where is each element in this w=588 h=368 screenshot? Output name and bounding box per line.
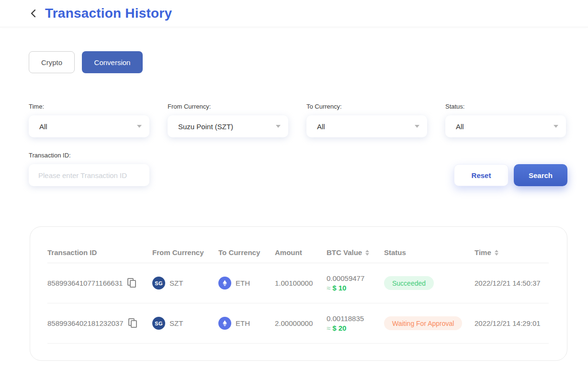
to-currency-symbol: ETH: [236, 279, 250, 287]
history-type-tabs: Crypto Conversion: [29, 51, 588, 73]
transactions-table-card: Transaction ID From Currency To Currency…: [30, 226, 567, 361]
col-transaction-id: Transaction ID: [47, 248, 152, 256]
col-btc-value[interactable]: BTC Value: [327, 248, 384, 256]
filters: Time: All From Currency: Suzu Point (SZT…: [29, 103, 588, 137]
from-currency-cell: SG SZT: [152, 317, 218, 330]
btc-value: 0.00118835: [327, 314, 384, 323]
to-currency-cell: ETH: [218, 277, 275, 290]
col-time-label: Time: [475, 248, 491, 256]
transaction-id-input[interactable]: [29, 164, 149, 186]
from-currency-symbol: SZT: [170, 279, 183, 287]
eth-coin-icon: [218, 317, 231, 330]
back-icon[interactable]: [28, 8, 39, 19]
approx-symbol: ≈: [327, 284, 330, 292]
col-btc-value-label: BTC Value: [327, 248, 362, 256]
page-header: Transaction History: [0, 0, 588, 27]
table-header-row: Transaction ID From Currency To Currency…: [47, 242, 549, 263]
status-cell: Succeeded: [384, 276, 475, 290]
filter-time: Time: All: [29, 103, 149, 137]
filter-to-currency: To Currency: All: [306, 103, 427, 137]
search-button[interactable]: Search: [514, 164, 567, 186]
col-from-currency: From Currency: [152, 248, 218, 256]
transaction-id-cell: 8589936402181232037: [47, 318, 152, 328]
transaction-id-label: Transaction ID:: [29, 152, 149, 159]
table-row: 8589936402181232037 SG SZT ETH 2.0000000…: [47, 303, 549, 344]
filters-row-2: Transaction ID: Reset Search: [29, 152, 567, 186]
approx-symbol: ≈: [327, 324, 330, 332]
to-currency-cell: ETH: [218, 317, 275, 330]
time-cell: 2022/12/21 14:50:37: [475, 279, 549, 287]
transaction-id-value: 8589936410771166631: [47, 279, 123, 287]
reset-button[interactable]: Reset: [454, 164, 509, 186]
to-currency-select[interactable]: All: [306, 115, 427, 137]
time-label: Time:: [29, 103, 149, 110]
chevron-down-icon: [554, 125, 558, 128]
from-currency-label: From Currency:: [168, 103, 288, 110]
status-badge: Succeeded: [384, 276, 434, 290]
col-time[interactable]: Time: [475, 248, 549, 256]
tab-crypto[interactable]: Crypto: [29, 51, 75, 73]
eth-coin-icon: [218, 277, 231, 290]
page-title: Transaction History: [45, 6, 172, 21]
status-label: Status:: [445, 103, 566, 110]
status-badge: Waiting For Approval: [384, 316, 462, 330]
chevron-down-icon: [415, 125, 419, 128]
status-cell: Waiting For Approval: [384, 316, 475, 330]
szt-coin-icon: SG: [152, 277, 165, 290]
from-currency-select-value: Suzu Point (SZT): [178, 123, 233, 131]
copy-icon[interactable]: [127, 278, 136, 288]
to-currency-symbol: ETH: [236, 319, 250, 327]
time-select-value: All: [39, 123, 47, 131]
col-amount: Amount: [275, 248, 327, 256]
filter-from-currency: From Currency: Suzu Point (SZT): [168, 103, 288, 137]
btc-value-cell: 0.00059477 ≈$ 10: [327, 274, 384, 293]
filter-status: Status: All: [445, 103, 566, 137]
sort-icon[interactable]: [495, 250, 498, 256]
to-currency-select-value: All: [317, 123, 325, 131]
status-select[interactable]: All: [445, 115, 566, 137]
szt-coin-icon: SG: [152, 317, 165, 330]
filter-transaction-id: Transaction ID:: [29, 152, 149, 186]
transaction-id-value: 8589936402181232037: [47, 319, 124, 327]
tab-conversion[interactable]: Conversion: [82, 51, 143, 73]
transaction-id-cell: 8589936410771166631: [47, 278, 152, 288]
chevron-down-icon: [276, 125, 281, 128]
amount-cell: 2.00000000: [275, 319, 327, 327]
col-status: Status: [384, 248, 475, 256]
btc-value-cell: 0.00118835 ≈$ 20: [327, 314, 384, 333]
amount-cell: 1.00100000: [275, 279, 327, 287]
usd-value: $ 20: [332, 324, 346, 332]
table-row: 8589936410771166631 SG SZT ETH 1.0010000…: [47, 263, 549, 303]
to-currency-label: To Currency:: [306, 103, 427, 110]
from-currency-select[interactable]: Suzu Point (SZT): [168, 115, 288, 137]
from-currency-symbol: SZT: [170, 319, 183, 327]
status-select-value: All: [456, 123, 464, 131]
from-currency-cell: SG SZT: [152, 277, 218, 290]
time-select[interactable]: All: [29, 115, 149, 137]
copy-icon[interactable]: [128, 318, 137, 328]
chevron-down-icon: [137, 125, 142, 128]
col-to-currency: To Currency: [218, 248, 275, 256]
usd-value: $ 10: [332, 284, 346, 292]
btc-value: 0.00059477: [327, 274, 384, 283]
sort-icon[interactable]: [365, 250, 369, 256]
time-cell: 2022/12/21 14:29:01: [475, 319, 549, 327]
